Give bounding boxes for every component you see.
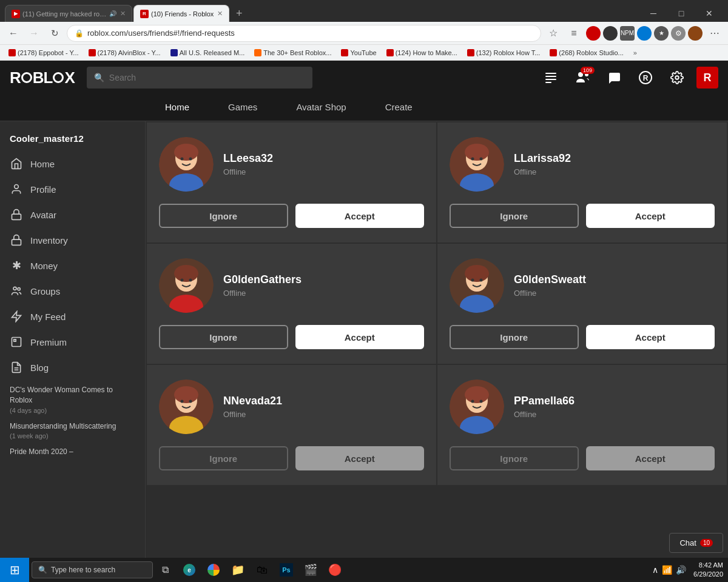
accept-button-5[interactable]: Accept	[586, 446, 715, 470]
taskbar-search-bar[interactable]: 🔍 Type here to search	[32, 561, 153, 578]
friend-name-4: NNevada21	[223, 395, 282, 407]
blog-post-2[interactable]: Misunderstanding Multiscattering (1 week…	[10, 421, 135, 440]
sidebar-item-inventory[interactable]: Inventory	[0, 227, 145, 253]
sidebar-item-home[interactable]: Home	[0, 151, 145, 176]
accept-button-1[interactable]: Accept	[586, 204, 715, 228]
chat-button[interactable]: Chat 10	[669, 533, 723, 553]
bookmark-4[interactable]: The 30+ Best Roblox...	[251, 48, 335, 58]
taskbar: ⊞ 🔍 Type here to search ⧉ e 📁 🛍 Ps 🎬 🔴 ∧…	[0, 558, 728, 582]
bookmark-8[interactable]: (268) Roblox Studio...	[546, 48, 627, 58]
sidebar-item-profile[interactable]: Profile	[0, 176, 145, 202]
address-bar[interactable]: 🔒 roblox.com/users/friends#!/friend-requ…	[67, 25, 541, 42]
sidebar-item-myfeed[interactable]: My Feed	[0, 304, 145, 329]
taskbar-icon-media[interactable]: 🎬	[298, 558, 323, 582]
ext-icon-2[interactable]	[603, 26, 618, 41]
bookmark-1[interactable]: (2178) Eppobot - Y...	[5, 48, 83, 58]
nav-item-create[interactable]: Create	[366, 95, 432, 121]
ignore-button-2[interactable]: Ignore	[159, 325, 288, 349]
ignore-button-0[interactable]: Ignore	[159, 204, 288, 228]
nav-item-games[interactable]: Games	[209, 95, 277, 121]
new-tab-button[interactable]: +	[231, 5, 248, 22]
taskbar-icon-app[interactable]: 🔴	[323, 558, 347, 582]
taskbar-icon-chrome[interactable]	[201, 558, 226, 582]
ext-icon-3[interactable]: NPM	[620, 26, 635, 41]
chat-nav-icon-btn[interactable]	[602, 65, 626, 90]
settings-icon-btn[interactable]	[665, 65, 689, 90]
home-icon	[10, 157, 23, 170]
back-button[interactable]: ←	[5, 25, 22, 42]
taskbar-task-view[interactable]: ⧉	[153, 558, 177, 582]
refresh-button[interactable]: ↻	[46, 25, 63, 42]
browser-tab-1[interactable]: ▶ (11) Getting my hacked robl... 🔊 ✕	[5, 5, 132, 22]
bookmark-star[interactable]: ☆	[545, 25, 562, 42]
accept-button-2[interactable]: Accept	[295, 325, 425, 349]
taskbar-icon-explorer[interactable]: 📁	[226, 558, 250, 582]
sidebar-item-money[interactable]: ✱ Money	[0, 253, 145, 278]
bookmark-3[interactable]: All U.S. Released M...	[167, 48, 249, 58]
search-input[interactable]	[109, 73, 306, 82]
forward-button[interactable]: →	[25, 25, 42, 42]
svg-marker-14	[12, 312, 21, 322]
ext-icon-6[interactable]: ⚙	[671, 26, 686, 41]
ignore-button-4[interactable]: Ignore	[159, 446, 288, 470]
search-bar[interactable]: 🔍	[87, 67, 313, 89]
sys-tray: ∧ 📶 🔊	[652, 565, 689, 575]
win-minimize-button[interactable]: ─	[639, 5, 667, 22]
feed-icon-btn[interactable]	[539, 65, 563, 90]
taskbar-icon-edge[interactable]: e	[177, 558, 201, 582]
sidebar-item-premium[interactable]: Premium	[0, 329, 145, 355]
friends-badge: 109	[581, 67, 595, 74]
tab2-close[interactable]: ✕	[217, 10, 223, 18]
inventory-icon	[10, 233, 23, 247]
ext-icon-5[interactable]: ★	[654, 26, 669, 41]
friend-name-5: PPamella66	[514, 395, 575, 407]
start-button[interactable]: ⊞	[0, 558, 29, 582]
main-content: LLeesa32 Offline Ignore Accept	[146, 121, 728, 558]
bookmark-2[interactable]: (2178) AlvinBlox - Y...	[85, 48, 164, 58]
blog-post-3[interactable]: Pride Month 2020 –	[10, 447, 135, 457]
ignore-button-5[interactable]: Ignore	[450, 446, 579, 470]
ignore-button-3[interactable]: Ignore	[450, 325, 579, 349]
robux-icon-btn[interactable]: R	[633, 65, 658, 90]
ext-icon-1[interactable]	[586, 26, 601, 41]
friend-actions-5: Ignore Accept	[450, 446, 715, 470]
blog-post-1[interactable]: DC's Wonder Woman Comes to Roblox (4 day…	[10, 385, 135, 414]
browser-tab-2[interactable]: R (10) Friends - Roblox ✕	[133, 5, 229, 22]
nav-item-home[interactable]: Home	[146, 95, 209, 121]
friend-avatar-3	[450, 258, 504, 313]
svg-text:R: R	[643, 74, 649, 82]
win-close-button[interactable]: ✕	[695, 5, 723, 22]
sidebar-item-blog[interactable]: Blog	[0, 355, 145, 380]
friend-card-4: NNevada21 Offline Ignore Accept	[147, 365, 436, 485]
win-maximize-button[interactable]: □	[667, 5, 695, 22]
taskbar-icon-store[interactable]: 🛍	[250, 558, 274, 582]
bookmarks-more[interactable]: »	[630, 48, 641, 58]
svg-rect-2	[545, 79, 556, 80]
friends-icon-btn[interactable]: 109	[570, 65, 595, 90]
blog-post-2-date: (1 week ago)	[10, 432, 135, 440]
friend-info-4: NNevada21 Offline	[223, 395, 282, 419]
ext-icon-4[interactable]	[637, 26, 652, 41]
accept-button-3[interactable]: Accept	[586, 325, 715, 349]
bookmark-5[interactable]: YouTube	[337, 48, 380, 58]
accept-button-4[interactable]: Accept	[295, 446, 425, 470]
sidebar-item-avatar[interactable]: Avatar	[0, 202, 145, 227]
taskbar-icon-photoshop[interactable]: Ps	[274, 558, 298, 582]
friend-info-5: PPamella66 Offline	[514, 395, 575, 419]
bookmark-6[interactable]: (124) How to Make...	[383, 48, 461, 58]
extensions-button[interactable]: ⋯	[706, 25, 723, 42]
svg-point-48	[189, 400, 192, 403]
roblox-logo[interactable]: R BL X	[10, 69, 75, 87]
profile-button[interactable]	[688, 26, 703, 41]
browser-titlebar: ▶ (11) Getting my hacked robl... 🔊 ✕ R (…	[0, 0, 728, 22]
accept-button-0[interactable]: Accept	[295, 204, 425, 228]
ignore-button-1[interactable]: Ignore	[450, 204, 579, 228]
reader-mode[interactable]: ≡	[565, 25, 582, 42]
tab1-close[interactable]: ✕	[120, 10, 126, 18]
bookmark-7[interactable]: (132) Roblox How T...	[463, 48, 544, 58]
tray-up-icon[interactable]: ∧	[652, 565, 658, 575]
roblox-r-icon[interactable]: R	[696, 67, 718, 89]
friend-actions-0: Ignore Accept	[159, 204, 424, 228]
sidebar-item-groups[interactable]: Groups	[0, 278, 145, 304]
nav-item-avatarshop[interactable]: Avatar Shop	[277, 95, 365, 121]
